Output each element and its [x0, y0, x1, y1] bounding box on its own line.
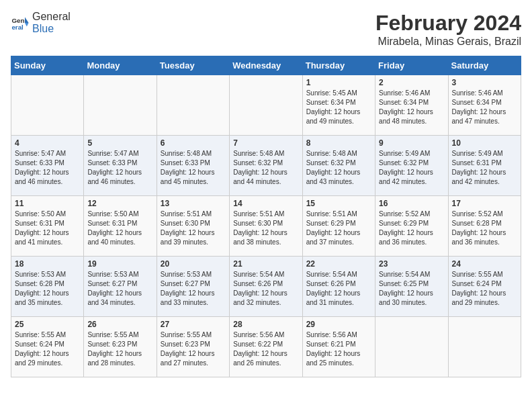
header-wednesday: Wednesday: [230, 56, 302, 75]
table-row: 9Sunrise: 5:49 AM Sunset: 6:32 PM Daylig…: [375, 136, 448, 196]
table-row: 22Sunrise: 5:54 AM Sunset: 6:26 PM Dayli…: [302, 257, 375, 317]
day-number: 8: [306, 138, 371, 148]
table-row: [230, 75, 302, 136]
table-row: 27Sunrise: 5:55 AM Sunset: 6:23 PM Dayli…: [157, 317, 229, 377]
table-row: 3Sunrise: 5:46 AM Sunset: 6:34 PM Daylig…: [448, 75, 521, 136]
table-row: 24Sunrise: 5:55 AM Sunset: 6:24 PM Dayli…: [448, 257, 521, 317]
logo-blue-text: Blue: [32, 23, 54, 34]
calendar-week-row: 18Sunrise: 5:53 AM Sunset: 6:28 PM Dayli…: [11, 257, 521, 317]
header-monday: Monday: [84, 56, 157, 75]
calendar-week-row: 25Sunrise: 5:55 AM Sunset: 6:24 PM Dayli…: [11, 317, 521, 377]
table-row: 2Sunrise: 5:46 AM Sunset: 6:34 PM Daylig…: [375, 75, 448, 136]
table-row: 18Sunrise: 5:53 AM Sunset: 6:28 PM Dayli…: [11, 257, 84, 317]
table-row: 8Sunrise: 5:48 AM Sunset: 6:32 PM Daylig…: [302, 136, 375, 196]
table-row: 17Sunrise: 5:52 AM Sunset: 6:28 PM Dayli…: [448, 196, 521, 257]
title-block: February 2024 Mirabela, Minas Gerais, Br…: [375, 11, 521, 48]
table-row: 14Sunrise: 5:51 AM Sunset: 6:30 PM Dayli…: [230, 196, 302, 257]
day-number: 5: [87, 138, 152, 148]
table-row: [157, 75, 229, 136]
day-number: 1: [306, 78, 371, 87]
day-number: 9: [379, 138, 444, 148]
day-info: Sunrise: 5:50 AM Sunset: 6:31 PM Dayligh…: [87, 210, 152, 247]
day-number: 27: [161, 320, 226, 329]
table-row: [375, 317, 448, 377]
table-row: [11, 75, 84, 136]
table-row: 26Sunrise: 5:55 AM Sunset: 6:23 PM Dayli…: [84, 317, 157, 377]
day-info: Sunrise: 5:55 AM Sunset: 6:23 PM Dayligh…: [87, 330, 152, 368]
calendar-week-row: 4Sunrise: 5:47 AM Sunset: 6:33 PM Daylig…: [11, 136, 521, 196]
day-info: Sunrise: 5:52 AM Sunset: 6:29 PM Dayligh…: [379, 210, 444, 247]
day-info: Sunrise: 5:51 AM Sunset: 6:30 PM Dayligh…: [161, 210, 226, 247]
day-info: Sunrise: 5:51 AM Sunset: 6:30 PM Dayligh…: [233, 210, 298, 247]
day-info: Sunrise: 5:56 AM Sunset: 6:21 PM Dayligh…: [306, 330, 371, 368]
day-number: 13: [161, 199, 226, 208]
day-info: Sunrise: 5:47 AM Sunset: 6:33 PM Dayligh…: [87, 149, 152, 187]
table-row: 1Sunrise: 5:45 AM Sunset: 6:34 PM Daylig…: [302, 75, 375, 136]
day-info: Sunrise: 5:56 AM Sunset: 6:22 PM Dayligh…: [233, 330, 298, 368]
day-number: 20: [161, 259, 226, 269]
table-row: 25Sunrise: 5:55 AM Sunset: 6:24 PM Dayli…: [11, 317, 84, 377]
day-info: Sunrise: 5:46 AM Sunset: 6:34 PM Dayligh…: [452, 89, 517, 126]
table-row: 23Sunrise: 5:54 AM Sunset: 6:25 PM Dayli…: [375, 257, 448, 317]
day-info: Sunrise: 5:53 AM Sunset: 6:28 PM Dayligh…: [15, 270, 80, 308]
day-number: 11: [15, 199, 80, 208]
day-info: Sunrise: 5:51 AM Sunset: 6:29 PM Dayligh…: [306, 210, 371, 247]
table-row: 15Sunrise: 5:51 AM Sunset: 6:29 PM Dayli…: [302, 196, 375, 257]
day-number: 26: [87, 320, 152, 329]
day-number: 15: [306, 199, 371, 208]
day-number: 29: [306, 320, 371, 329]
day-number: 12: [87, 199, 152, 208]
header-sunday: Sunday: [11, 56, 84, 75]
svg-marker-2: [25, 17, 29, 23]
day-info: Sunrise: 5:55 AM Sunset: 6:23 PM Dayligh…: [161, 330, 226, 368]
svg-text:eral: eral: [11, 24, 24, 31]
table-row: 21Sunrise: 5:54 AM Sunset: 6:26 PM Dayli…: [230, 257, 302, 317]
day-info: Sunrise: 5:54 AM Sunset: 6:26 PM Dayligh…: [233, 270, 298, 308]
day-number: 6: [161, 138, 226, 148]
page-title: February 2024: [375, 11, 521, 36]
table-row: 4Sunrise: 5:47 AM Sunset: 6:33 PM Daylig…: [11, 136, 84, 196]
day-info: Sunrise: 5:45 AM Sunset: 6:34 PM Dayligh…: [306, 89, 371, 126]
day-info: Sunrise: 5:48 AM Sunset: 6:32 PM Dayligh…: [306, 149, 371, 187]
table-row: [448, 317, 521, 377]
logo-general-text: General: [32, 11, 71, 22]
day-info: Sunrise: 5:46 AM Sunset: 6:34 PM Dayligh…: [379, 89, 444, 126]
day-number: 14: [233, 199, 298, 208]
day-info: Sunrise: 5:52 AM Sunset: 6:28 PM Dayligh…: [452, 210, 517, 247]
day-info: Sunrise: 5:47 AM Sunset: 6:33 PM Dayligh…: [15, 149, 80, 187]
table-row: 6Sunrise: 5:48 AM Sunset: 6:33 PM Daylig…: [157, 136, 229, 196]
calendar-table: Sunday Monday Tuesday Wednesday Thursday…: [11, 56, 521, 377]
day-number: 21: [233, 259, 298, 269]
day-number: 23: [379, 259, 444, 269]
table-row: 10Sunrise: 5:49 AM Sunset: 6:31 PM Dayli…: [448, 136, 521, 196]
header-saturday: Saturday: [448, 56, 521, 75]
day-number: 2: [379, 78, 444, 87]
day-info: Sunrise: 5:53 AM Sunset: 6:27 PM Dayligh…: [87, 270, 152, 308]
day-number: 4: [15, 138, 80, 148]
svg-marker-3: [25, 23, 29, 27]
day-info: Sunrise: 5:50 AM Sunset: 6:31 PM Dayligh…: [15, 210, 80, 247]
day-number: 22: [306, 259, 371, 269]
table-row: 7Sunrise: 5:48 AM Sunset: 6:32 PM Daylig…: [230, 136, 302, 196]
table-row: 5Sunrise: 5:47 AM Sunset: 6:33 PM Daylig…: [84, 136, 157, 196]
day-number: 19: [87, 259, 152, 269]
day-info: Sunrise: 5:49 AM Sunset: 6:31 PM Dayligh…: [452, 149, 517, 187]
header: Gen eral General Blue February 2024 Mira…: [11, 11, 521, 48]
table-row: 13Sunrise: 5:51 AM Sunset: 6:30 PM Dayli…: [157, 196, 229, 257]
calendar-week-row: 11Sunrise: 5:50 AM Sunset: 6:31 PM Dayli…: [11, 196, 521, 257]
day-info: Sunrise: 5:55 AM Sunset: 6:24 PM Dayligh…: [15, 330, 80, 368]
day-number: 3: [452, 78, 517, 87]
table-row: 16Sunrise: 5:52 AM Sunset: 6:29 PM Dayli…: [375, 196, 448, 257]
day-info: Sunrise: 5:55 AM Sunset: 6:24 PM Dayligh…: [452, 270, 517, 308]
day-info: Sunrise: 5:54 AM Sunset: 6:25 PM Dayligh…: [379, 270, 444, 308]
table-row: 20Sunrise: 5:53 AM Sunset: 6:27 PM Dayli…: [157, 257, 229, 317]
logo: Gen eral General Blue: [11, 11, 71, 35]
table-row: 28Sunrise: 5:56 AM Sunset: 6:22 PM Dayli…: [230, 317, 302, 377]
day-number: 16: [379, 199, 444, 208]
table-row: 19Sunrise: 5:53 AM Sunset: 6:27 PM Dayli…: [84, 257, 157, 317]
day-number: 28: [233, 320, 298, 329]
day-info: Sunrise: 5:49 AM Sunset: 6:32 PM Dayligh…: [379, 149, 444, 187]
header-friday: Friday: [375, 56, 448, 75]
day-info: Sunrise: 5:48 AM Sunset: 6:32 PM Dayligh…: [233, 149, 298, 187]
day-number: 7: [233, 138, 298, 148]
